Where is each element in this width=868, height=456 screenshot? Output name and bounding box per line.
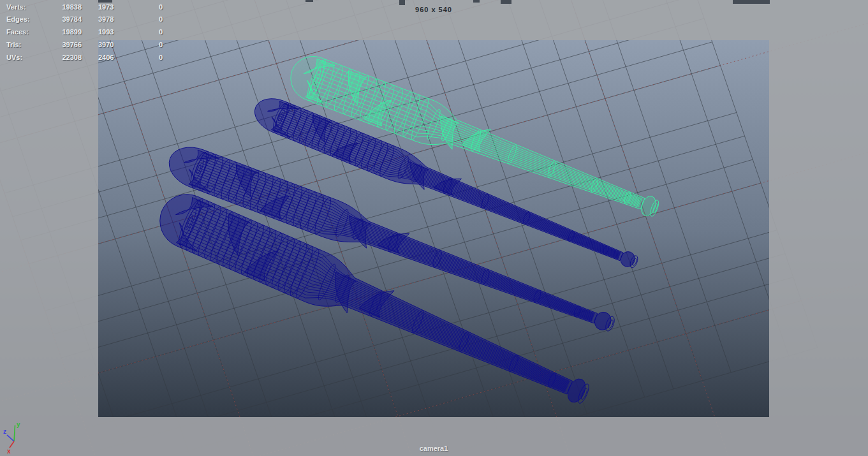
hud-total-value: 39784 [37, 15, 82, 24]
top-edge-ui-fragment [501, 0, 511, 4]
hud-selected-value: 1993 [98, 27, 114, 36]
top-edge-ui-fragment [473, 0, 480, 3]
maya-render-view-window: Verts: 19838 1973 0 Edges: 39784 3978 0 … [0, 0, 868, 456]
hud-label: UVs: [6, 53, 22, 62]
hud-label: Verts: [6, 3, 26, 11]
resolution-gate-label: 960 x 540 [98, 6, 769, 13]
hud-total-value: 19838 [37, 3, 82, 11]
axis-z-line [7, 435, 14, 441]
hud-total-value: 22308 [37, 53, 82, 62]
axis-x-line [10, 441, 14, 448]
hud-label: Edges: [6, 15, 30, 24]
axis-y-label: y [17, 421, 20, 428]
hud-selected-value: 2406 [98, 53, 114, 62]
axis-z-label: z [3, 428, 6, 435]
hud-label: Tris: [6, 40, 21, 49]
hud-other-value: 0 [159, 40, 163, 49]
hud-total-value: 39766 [37, 40, 82, 49]
hud-selected-value: 3978 [98, 15, 114, 24]
hud-total-value: 19899 [37, 27, 82, 36]
hud-label: Faces: [6, 27, 29, 36]
viewport-background [0, 0, 868, 456]
viewport-scene[interactable] [0, 0, 868, 456]
hud-row-faces: Faces: 19899 1993 0 [0, 27, 204, 36]
hud-other-value: 0 [159, 15, 163, 24]
top-edge-ui-fragment [733, 0, 770, 4]
camera-name-label: camera1 [98, 445, 769, 452]
hud-other-value: 0 [159, 27, 163, 36]
axis-y-line [14, 425, 15, 441]
axis-x-label: x [7, 448, 11, 455]
top-edge-ui-fragment [305, 0, 313, 2]
hud-row-edges: Edges: 39784 3978 0 [0, 15, 204, 24]
hud-row-uvs: UVs: 22308 2406 0 [0, 53, 204, 62]
view-axis-gizmo[interactable]: y z x [1, 418, 43, 455]
hud-other-value: 0 [159, 53, 163, 62]
top-edge-ui-fragment [399, 0, 405, 5]
hud-row-tris: Tris: 39766 3970 0 [0, 40, 204, 49]
hud-selected-value: 3970 [98, 40, 114, 49]
